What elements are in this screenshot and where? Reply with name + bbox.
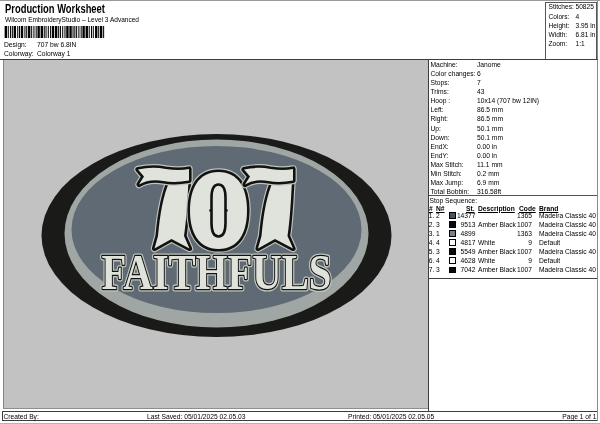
- svg-text:FAITHFULS: FAITHFULS: [101, 244, 331, 300]
